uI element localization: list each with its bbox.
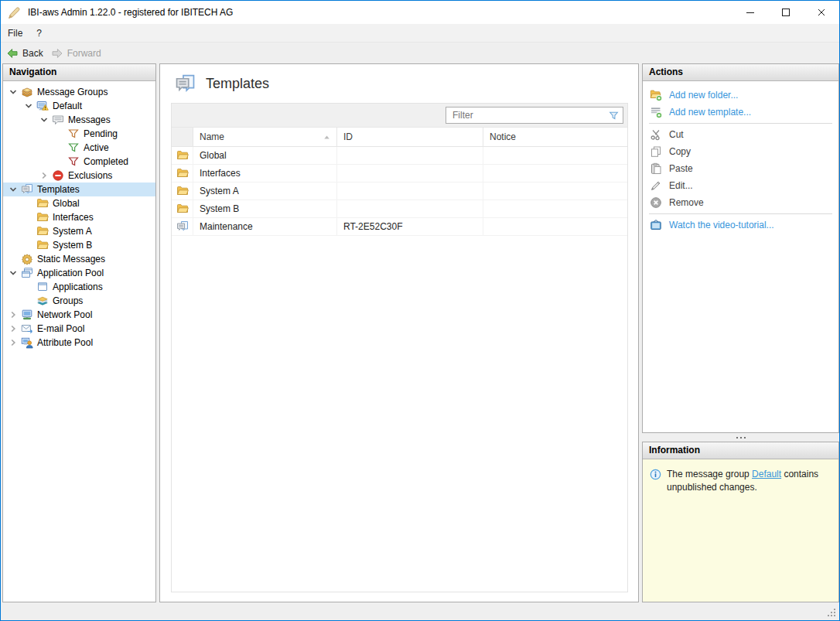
- chevron-right-icon[interactable]: [37, 169, 51, 182]
- folder-icon: [36, 211, 50, 223]
- panel-splitter[interactable]: [642, 433, 839, 442]
- nav-item-interfaces[interactable]: Interfaces: [3, 210, 155, 224]
- maximize-icon: [780, 6, 792, 19]
- information-message: The message group Default contains unpub…: [643, 459, 838, 494]
- static-messages-icon: [20, 253, 34, 265]
- nav-item-applications[interactable]: Applications: [3, 280, 155, 294]
- table-row-maintenance[interactable]: Maintenance RT-2E52C30F: [172, 218, 627, 236]
- column-header-name[interactable]: Name: [193, 128, 337, 146]
- table-row-interfaces[interactable]: Interfaces: [172, 165, 627, 183]
- chevron-down-icon[interactable]: [22, 100, 36, 112]
- nav-item-email-pool[interactable]: E-mail Pool: [3, 322, 155, 336]
- watch-video-tutorial-action[interactable]: Watch the video-tutorial...: [643, 217, 838, 234]
- table-row-global[interactable]: Global: [172, 147, 627, 165]
- nav-item-completed[interactable]: Completed: [3, 155, 155, 169]
- default-message-group-link[interactable]: Default: [752, 469, 781, 479]
- nav-item-messages[interactable]: Messages: [3, 113, 155, 127]
- folder-icon: [36, 225, 50, 237]
- column-header-notice[interactable]: Notice: [483, 128, 627, 146]
- filter-funnel-icon[interactable]: [608, 110, 620, 121]
- nav-item-message-groups[interactable]: Message Groups: [3, 85, 155, 99]
- maximize-button[interactable]: [768, 1, 804, 24]
- message-groups-icon: [20, 86, 34, 98]
- nav-item-attribute-pool[interactable]: Attribute Pool: [3, 336, 155, 350]
- minimize-icon: [744, 6, 756, 19]
- clipboard-icon: [650, 162, 662, 175]
- nav-item-global[interactable]: Global: [3, 196, 155, 210]
- chevron-down-icon[interactable]: [6, 267, 20, 279]
- close-icon: [815, 6, 828, 19]
- chevron-down-icon[interactable]: [6, 86, 20, 98]
- menu-file[interactable]: File: [1, 25, 29, 42]
- add-new-template-action[interactable]: Add new template...: [643, 104, 838, 121]
- cell-notice: [483, 183, 627, 200]
- nav-item-active[interactable]: Active: [3, 141, 155, 155]
- nav-item-application-pool[interactable]: Application Pool: [3, 266, 155, 280]
- table-row-system-b[interactable]: System B: [172, 200, 627, 218]
- cell-name: System B: [193, 200, 337, 217]
- network-pool-icon: [20, 309, 34, 321]
- nav-item-groups[interactable]: Groups: [3, 294, 155, 308]
- page-title-text: Templates: [206, 76, 269, 92]
- nav-item-default[interactable]: Default: [3, 99, 155, 113]
- nav-item-network-pool[interactable]: Network Pool: [3, 308, 155, 322]
- minimize-button[interactable]: [732, 1, 768, 24]
- edit-action[interactable]: Edit...: [643, 177, 838, 194]
- chevron-right-icon[interactable]: [6, 322, 20, 335]
- tv-icon: [650, 219, 662, 231]
- close-button[interactable]: [804, 1, 839, 24]
- chevron-right-icon[interactable]: [6, 336, 20, 349]
- actions-separator: [649, 213, 832, 214]
- application-pool-icon: [20, 267, 34, 279]
- information-text: The message group Default contains unpub…: [667, 468, 832, 494]
- remove-action[interactable]: Remove: [643, 194, 838, 211]
- filter-input[interactable]: [446, 110, 608, 121]
- table-row-system-a[interactable]: System A: [172, 183, 627, 200]
- forward-button[interactable]: Forward: [51, 47, 101, 60]
- chevron-down-icon[interactable]: [6, 183, 20, 196]
- chevron-down-icon[interactable]: [37, 114, 51, 126]
- status-bar: [1, 602, 839, 620]
- add-template-icon: [650, 106, 662, 118]
- templates-icon: [175, 73, 196, 94]
- navigation-panel: Navigation Message Groups Default Messag…: [2, 63, 156, 602]
- app-window: IBI-aws Admin 1.22.0 - registered for IB…: [0, 0, 840, 621]
- cut-action[interactable]: Cut: [643, 126, 838, 143]
- nav-item-system-b[interactable]: System B: [3, 238, 155, 252]
- nav-item-pending[interactable]: Pending: [3, 127, 155, 141]
- chevron-right-icon[interactable]: [6, 309, 20, 321]
- copy-icon: [650, 145, 662, 158]
- actions-panel: Actions Add new folder... Add new templa…: [642, 63, 839, 433]
- nav-item-static-messages[interactable]: Static Messages: [3, 252, 155, 266]
- cell-id: [337, 200, 483, 217]
- copy-action[interactable]: Copy: [643, 143, 838, 160]
- app-logo-icon[interactable]: [8, 6, 21, 19]
- column-header-id[interactable]: ID: [337, 128, 483, 146]
- nav-item-templates[interactable]: Templates: [3, 183, 155, 196]
- add-new-folder-action[interactable]: Add new folder...: [643, 87, 838, 104]
- exclusions-icon: [51, 169, 65, 182]
- cell-notice: [483, 218, 627, 235]
- information-header: Information: [643, 442, 838, 459]
- resize-grip[interactable]: [834, 615, 835, 616]
- paste-action[interactable]: Paste: [643, 160, 838, 177]
- nav-item-exclusions[interactable]: Exclusions: [3, 169, 155, 183]
- information-panel: Information The message group Default co…: [642, 442, 839, 602]
- folder-icon: [36, 239, 50, 251]
- pending-filter-icon: [67, 128, 80, 140]
- back-button[interactable]: Back: [6, 47, 43, 60]
- pencil-icon: [650, 179, 662, 192]
- info-icon: [650, 469, 661, 480]
- groups-icon: [36, 295, 50, 307]
- menu-help[interactable]: ?: [29, 25, 49, 42]
- cell-name: System A: [193, 183, 337, 200]
- nav-item-system-a[interactable]: System A: [3, 224, 155, 238]
- navigation-header: Navigation: [3, 64, 155, 81]
- main-panel: Templates Name ID Notice Global: [159, 63, 639, 602]
- cell-name: Global: [193, 147, 337, 164]
- message-group-warning-icon: [36, 100, 50, 112]
- actions-list: Add new folder... Add new template... Cu…: [643, 81, 838, 234]
- folder-icon: [36, 197, 50, 210]
- column-header-icon[interactable]: [172, 128, 193, 146]
- folder-icon: [176, 185, 189, 197]
